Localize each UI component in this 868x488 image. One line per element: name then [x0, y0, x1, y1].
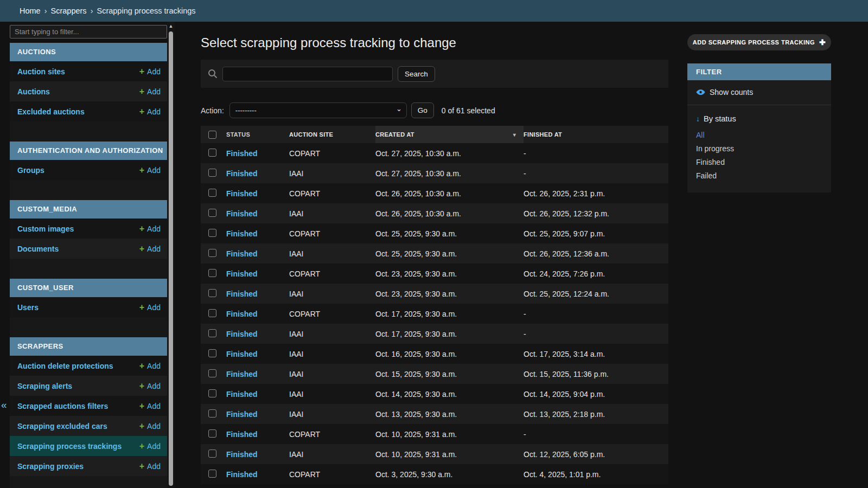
filter-option-failed[interactable]: Failed [696, 169, 822, 183]
sidebar-section-custom-media[interactable]: CUSTOM_MEDIA [10, 200, 167, 219]
sidebar-item-link[interactable]: Auctions [17, 87, 50, 96]
row-checkbox[interactable] [208, 450, 216, 458]
row-checkbox[interactable] [208, 149, 216, 157]
add-scrapped-auctions-filters-link[interactable]: +Add [139, 402, 161, 410]
add-excluded-auctions-link[interactable]: +Add [139, 107, 161, 116]
sidebar-item-scraping-alerts[interactable]: Scraping alerts+Add [10, 376, 167, 396]
add-scrapping-process-tracking-button[interactable]: ADD SCRAPPING PROCESS TRACKING ✚ [687, 34, 831, 50]
row-checkbox[interactable] [208, 429, 216, 438]
sidebar-item-scrapping-proxies[interactable]: Scrapping proxies+Add [10, 456, 167, 476]
sidebar-item-scrapping-process-trackings[interactable]: Scrapping process trackings+Add [10, 436, 167, 456]
action-select[interactable]: --------- [229, 102, 407, 118]
show-counts-toggle[interactable]: Show counts [687, 80, 831, 105]
sidebar-item-link[interactable]: Scrapping proxies [17, 462, 84, 471]
go-button[interactable]: Go [411, 102, 434, 118]
sidebar-item-scrapping-excluded-cars[interactable]: Scrapping excluded cars+Add [10, 416, 167, 436]
column-header-auction-site[interactable]: AUCTION SITE [289, 126, 375, 143]
sidebar-item-auction-delete-protections[interactable]: Auction delete protections+Add [10, 356, 167, 376]
row-checkbox[interactable] [208, 409, 216, 418]
sort-descending-icon[interactable]: ▾ [513, 132, 516, 138]
add-scrapping-excluded-cars-link[interactable]: +Add [139, 422, 161, 431]
select-all-checkbox[interactable] [208, 131, 216, 139]
sidebar-section-custom-user[interactable]: CUSTOM_USER [10, 279, 167, 297]
sidebar-item-link[interactable]: Documents [17, 245, 59, 253]
add-groups-link[interactable]: +Add [139, 166, 161, 175]
row-checkbox[interactable] [208, 289, 216, 297]
row-status-link[interactable]: Finished [226, 149, 258, 158]
search-input[interactable] [222, 67, 393, 81]
add-auctions-link[interactable]: +Add [139, 87, 161, 96]
sidebar-filter-input[interactable] [10, 25, 167, 38]
add-users-link[interactable]: +Add [139, 303, 161, 312]
add-custom-images-link[interactable]: +Add [139, 224, 161, 233]
filter-option-all[interactable]: All [696, 129, 822, 142]
row-checkbox[interactable] [208, 229, 216, 237]
row-checkbox[interactable] [208, 249, 216, 257]
scrollbar-up-arrow-icon[interactable]: ▲ [167, 23, 175, 29]
row-status-link[interactable]: Finished [226, 410, 258, 419]
sidebar-item-auctions[interactable]: Auctions+Add [10, 81, 167, 101]
add-documents-link[interactable]: +Add [139, 245, 161, 253]
sidebar-item-scrapped-auctions-filters[interactable]: Scrapped auctions filters+Add [10, 396, 167, 416]
sidebar-item-link[interactable]: Scrapping excluded cars [17, 422, 107, 431]
filter-option-finished[interactable]: Finished [696, 156, 822, 169]
row-status-link[interactable]: Finished [226, 370, 258, 378]
sidebar-item-link[interactable]: Groups [17, 166, 44, 175]
sidebar-section-scrappers[interactable]: SCRAPPERS [10, 337, 167, 356]
row-status-link[interactable]: Finished [226, 189, 258, 198]
column-header-finished-at[interactable]: FINISHED AT [524, 126, 668, 143]
add-scrapping-proxies-link[interactable]: +Add [139, 462, 161, 471]
column-header-created-at[interactable]: CREATED AT ▾ [375, 126, 524, 143]
row-status-link[interactable]: Finished [226, 290, 258, 298]
row-status-link[interactable]: Finished [226, 249, 258, 258]
row-checkbox[interactable] [208, 369, 216, 377]
sidebar-item-groups[interactable]: Groups+Add [10, 160, 167, 180]
row-status-link[interactable]: Finished [226, 450, 258, 459]
row-checkbox[interactable] [208, 269, 216, 277]
row-status-link[interactable]: Finished [226, 430, 258, 439]
sidebar-item-link[interactable]: Scraping alerts [17, 382, 72, 390]
sidebar-collapse-toggle[interactable]: « [1, 399, 7, 411]
sidebar-item-excluded-auctions[interactable]: Excluded auctions+Add [10, 101, 167, 121]
row-status-link[interactable]: Finished [226, 390, 258, 399]
sidebar-item-documents[interactable]: Documents+Add [10, 239, 167, 259]
breadcrumb-scrappers-link[interactable]: Scrappers [51, 7, 87, 15]
add-scraping-alerts-link[interactable]: +Add [139, 382, 161, 390]
sidebar-item-link[interactable]: Auction sites [17, 67, 65, 76]
sidebar-item-custom-images[interactable]: Custom images+Add [10, 219, 167, 239]
row-status-link[interactable]: Finished [226, 310, 258, 318]
add-scrapping-process-trackings-link[interactable]: +Add [139, 442, 161, 451]
row-status-link[interactable]: Finished [226, 330, 258, 338]
sidebar-item-link[interactable]: Scrapped auctions filters [17, 402, 108, 410]
breadcrumb-home-link[interactable]: Home [20, 7, 41, 15]
row-status-link[interactable]: Finished [226, 269, 258, 278]
filter-option-in-progress[interactable]: In progress [696, 142, 822, 156]
sidebar-item-link[interactable]: Scrapping process trackings [17, 442, 122, 451]
row-status-link[interactable]: Finished [226, 229, 258, 238]
sidebar-item-link[interactable]: Auction delete protections [17, 362, 113, 370]
column-header-status[interactable]: STATUS [226, 126, 289, 143]
scrollbar-thumb[interactable] [169, 31, 173, 486]
row-status-link[interactable]: Finished [226, 470, 258, 479]
row-checkbox[interactable] [208, 329, 216, 337]
sidebar-item-auction-sites[interactable]: Auction sites+Add [10, 61, 167, 81]
row-checkbox[interactable] [208, 389, 216, 397]
sidebar-section-auctions[interactable]: AUCTIONS [10, 43, 167, 61]
row-checkbox[interactable] [208, 349, 216, 357]
row-checkbox[interactable] [208, 209, 216, 217]
row-checkbox[interactable] [208, 169, 216, 177]
row-checkbox[interactable] [208, 189, 216, 197]
sidebar-item-link[interactable]: Custom images [17, 224, 74, 233]
search-button[interactable]: Search [398, 66, 435, 82]
row-checkbox[interactable] [208, 309, 216, 317]
sidebar-item-link[interactable]: Excluded auctions [17, 107, 85, 116]
row-status-link[interactable]: Finished [226, 209, 258, 218]
row-checkbox[interactable] [208, 470, 216, 478]
row-status-link[interactable]: Finished [226, 350, 258, 358]
sidebar-section-authentication-and-authorization[interactable]: AUTHENTICATION AND AUTHORIZATION [10, 142, 167, 160]
add-auction-sites-link[interactable]: +Add [139, 67, 161, 76]
sidebar-item-link[interactable]: Users [17, 303, 39, 312]
row-status-link[interactable]: Finished [226, 169, 258, 178]
sidebar-scrollbar[interactable]: ▲ [167, 22, 175, 488]
add-auction-delete-protections-link[interactable]: +Add [139, 362, 161, 370]
